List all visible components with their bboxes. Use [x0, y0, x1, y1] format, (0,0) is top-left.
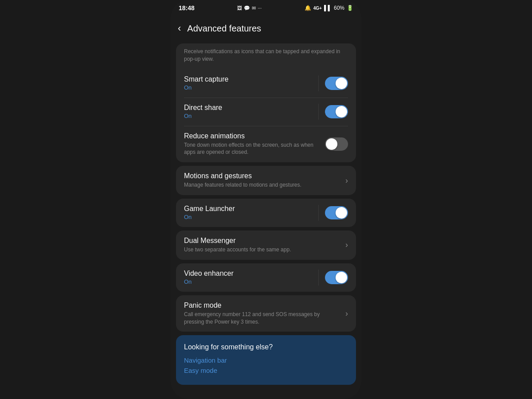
game-launcher-title: Game Launcher — [184, 205, 313, 213]
motions-title: Motions and gestures — [184, 172, 340, 180]
status-time: 18:48 — [179, 4, 195, 12]
photo-icon: 🖼 — [237, 5, 242, 11]
smart-capture-toggle-thumb — [336, 78, 347, 89]
panic-mode-left: Panic mode Call emergency number 112 and… — [184, 301, 345, 326]
video-enhancer-toggle-thumb — [336, 272, 347, 283]
floating-description: Receive notifications as icons that can … — [176, 43, 356, 69]
easy-mode-link[interactable]: Easy mode — [184, 367, 348, 374]
navigation-bar-link[interactable]: Navigation bar — [184, 356, 348, 364]
game-launcher-subtitle: On — [184, 214, 313, 220]
dual-messenger-title: Dual Messenger — [184, 237, 340, 245]
alarm-icon: 🔔 — [305, 5, 311, 11]
panic-mode-description: Call emergency number 112 and send SOS m… — [184, 311, 340, 326]
motions-item[interactable]: Motions and gestures Manage features rel… — [176, 166, 356, 195]
video-enhancer-toggle[interactable] — [325, 271, 348, 284]
signal-icon: ▌▌ — [324, 5, 332, 11]
video-enhancer-divider — [318, 270, 319, 286]
game-launcher-item[interactable]: Game Launcher On — [176, 199, 356, 227]
reduce-animations-description: Tone down motion effects on the screen, … — [184, 141, 320, 156]
direct-share-title: Direct share — [184, 104, 313, 112]
panic-mode-card[interactable]: Panic mode Call emergency number 112 and… — [176, 295, 356, 332]
video-enhancer-left: Video enhancer On — [184, 270, 318, 285]
smart-capture-item[interactable]: Smart capture On — [176, 69, 356, 98]
game-launcher-left: Game Launcher On — [184, 205, 318, 220]
panic-mode-arrow-icon: › — [345, 309, 348, 318]
dual-messenger-arrow-icon: › — [345, 240, 348, 250]
phone-frame: 18:48 🖼 💬 ✉ ··· 🔔 4G+ ▌▌ 60% 🔋 ‹ Advance… — [171, 0, 361, 399]
back-button[interactable]: ‹ — [178, 23, 181, 34]
header: ‹ Advanced features — [171, 16, 361, 41]
direct-share-item[interactable]: Direct share On — [176, 98, 356, 126]
game-launcher-divider — [318, 205, 319, 221]
game-launcher-card[interactable]: Game Launcher On — [176, 199, 356, 227]
more-icon: ··· — [258, 5, 262, 11]
dual-messenger-card[interactable]: Dual Messenger Use two separate accounts… — [176, 231, 356, 260]
motions-left: Motions and gestures Manage features rel… — [184, 172, 345, 189]
page-title: Advanced features — [187, 23, 261, 34]
smart-capture-subtitle: On — [184, 84, 313, 91]
motions-arrow-icon: › — [345, 176, 348, 185]
video-enhancer-card[interactable]: Video enhancer On — [176, 263, 356, 292]
status-bar: 18:48 🖼 💬 ✉ ··· 🔔 4G+ ▌▌ 60% 🔋 — [171, 0, 361, 16]
reduce-animations-title: Reduce animations — [184, 132, 320, 140]
reduce-animations-toggle[interactable] — [325, 137, 348, 151]
network-type: 4G+ — [313, 6, 322, 11]
reduce-animations-item[interactable]: Reduce animations Tone down motion effec… — [176, 126, 356, 163]
motions-description: Manage features related to motions and g… — [184, 181, 340, 189]
motions-card[interactable]: Motions and gestures Manage features rel… — [176, 166, 356, 195]
dual-messenger-description: Use two separate accounts for the same a… — [184, 246, 340, 254]
chat-icon: 💬 — [244, 5, 250, 11]
reduce-animations-left: Reduce animations Tone down motion effec… — [184, 132, 325, 156]
video-enhancer-item[interactable]: Video enhancer On — [176, 263, 356, 292]
smart-capture-left: Smart capture On — [184, 75, 318, 91]
smart-capture-divider — [318, 75, 319, 91]
video-enhancer-title: Video enhancer — [184, 270, 313, 278]
status-icons: 🖼 💬 ✉ ··· — [237, 5, 262, 11]
smart-capture-toggle[interactable] — [325, 77, 348, 90]
content-area: Receive notifications as icons that can … — [171, 41, 361, 399]
battery-percent: 60% — [334, 5, 344, 11]
smart-capture-title: Smart capture — [184, 75, 313, 83]
dual-messenger-left: Dual Messenger Use two separate accounts… — [184, 237, 345, 254]
direct-share-subtitle: On — [184, 113, 313, 119]
direct-share-left: Direct share On — [184, 104, 318, 119]
status-right-icons: 🔔 4G+ ▌▌ 60% 🔋 — [305, 5, 353, 11]
direct-share-toggle[interactable] — [325, 105, 348, 118]
reduce-animations-toggle-thumb — [326, 138, 337, 150]
game-launcher-toggle[interactable] — [325, 206, 348, 219]
main-settings-card: Receive notifications as icons that can … — [176, 43, 356, 162]
panic-mode-item[interactable]: Panic mode Call emergency number 112 and… — [176, 295, 356, 332]
video-enhancer-subtitle: On — [184, 278, 313, 285]
looking-for-title: Looking for something else? — [184, 343, 348, 351]
looking-for-card: Looking for something else? Navigation b… — [176, 335, 356, 385]
mail-icon: ✉ — [252, 5, 256, 11]
direct-share-toggle-thumb — [336, 106, 347, 117]
direct-share-divider — [318, 104, 319, 120]
dual-messenger-item[interactable]: Dual Messenger Use two separate accounts… — [176, 231, 356, 260]
game-launcher-toggle-thumb — [336, 207, 347, 219]
battery-icon: 🔋 — [347, 5, 353, 11]
panic-mode-title: Panic mode — [184, 301, 340, 309]
